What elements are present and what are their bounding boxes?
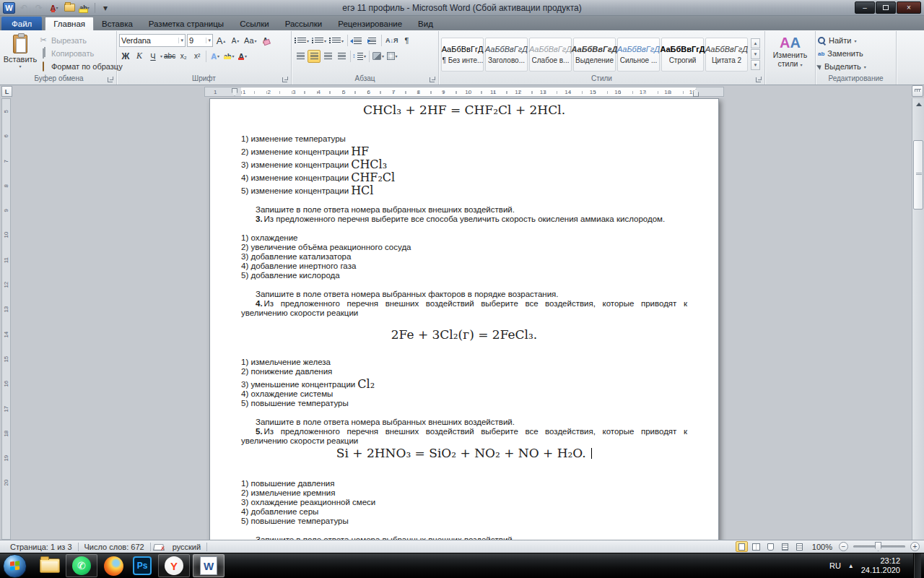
tab-view[interactable]: Вид — [410, 17, 441, 30]
list-item[interactable]: 3) уменьшение концентрацииCl₂ — [241, 376, 687, 389]
styles-scroll-down-button[interactable]: ▼ — [751, 49, 760, 59]
show-desktop-button[interactable] — [913, 553, 921, 578]
bold-button[interactable]: Ж — [119, 50, 132, 63]
dialog-launcher-icon[interactable] — [108, 77, 113, 82]
shrink-font-button[interactable]: А▾ — [229, 34, 242, 47]
italic-button[interactable]: К — [133, 50, 146, 63]
tray-clock[interactable]: 23:1224.11.2020 — [861, 556, 900, 575]
word-count[interactable]: Число слов: 672 — [79, 543, 150, 551]
taskbar-item-whatsapp[interactable]: ✆ — [66, 554, 97, 577]
list-item[interactable]: 4) изменение концентрацииCHF₂Cl — [241, 170, 687, 183]
tab-page-layout[interactable]: Разметка страницы — [141, 17, 232, 30]
restore-button[interactable] — [876, 1, 896, 14]
customize-qat-button[interactable]: ▾ — [99, 1, 112, 14]
options-list[interactable]: 1) повышение давления2) измельчение крем… — [241, 479, 687, 526]
clear-formatting-button[interactable]: А — [259, 34, 272, 47]
taskbar-item-firefox[interactable] — [99, 554, 128, 578]
print-layout-view-button[interactable] — [736, 541, 748, 552]
list-item[interactable]: 5) изменение концентрацииHCl — [241, 183, 687, 196]
subscript-button[interactable]: x₂ — [177, 50, 190, 63]
tray-expand-icon[interactable]: ▲ — [848, 563, 854, 569]
align-right-button[interactable] — [321, 50, 334, 63]
borders-button[interactable]: ▾ — [385, 50, 398, 63]
question-3[interactable]: 3.Из предложенного перечня выберите все … — [241, 215, 687, 224]
spellcheck-icon[interactable] — [154, 543, 164, 551]
answer-instruction[interactable]: Запишите в поле ответа номера выбранных … — [241, 535, 687, 540]
word-app-icon[interactable]: W — [3, 2, 15, 14]
copy-button[interactable]: Копировать — [37, 47, 124, 59]
highlight-icon[interactable]: ab▾ — [78, 1, 91, 14]
zoom-slider-thumb[interactable] — [875, 542, 881, 551]
question-4[interactable]: 4.Из предложенного перечня внешних возде… — [241, 299, 687, 318]
find-button[interactable]: Найти▾ — [818, 35, 894, 46]
change-case-button[interactable]: Аа▾ — [243, 34, 258, 47]
list-item[interactable]: 1) изменение температуры — [241, 134, 687, 144]
list-item[interactable]: 2) понижение давления — [241, 367, 687, 376]
chemical-equation[interactable]: 2Fe + 3Cl₂(г) = 2FeCl₃. — [241, 328, 687, 342]
open-folder-icon[interactable] — [63, 1, 76, 14]
language-tray-indicator[interactable]: RU — [829, 561, 841, 570]
answer-instruction[interactable]: Запишите в поле ответа номера выбранных … — [241, 205, 687, 215]
style-chip-intense-emphasis[interactable]: АаБбВвГгДСильное ... — [617, 38, 660, 72]
align-left-button[interactable] — [294, 50, 307, 63]
language-indicator[interactable]: русский — [167, 543, 206, 551]
tab-references[interactable]: Ссылки — [232, 17, 277, 30]
outline-view-button[interactable] — [779, 541, 791, 552]
list-item[interactable]: 1) измельчение железа — [241, 358, 687, 367]
reading-view-button[interactable] — [750, 541, 762, 552]
list-item[interactable]: 5) повышение температуры — [241, 399, 687, 408]
taskbar-item-yandex[interactable]: Y — [158, 554, 190, 577]
answer-instruction[interactable]: Запишите в поле ответа номера выбранных … — [241, 418, 687, 427]
dropdown-arrow-icon[interactable]: ▾ — [160, 53, 162, 59]
undo-icon[interactable]: ↶ — [17, 1, 30, 14]
justify-button[interactable] — [335, 50, 348, 63]
list-item[interactable]: 2) изменение концентрацииHF — [241, 144, 687, 157]
answer-instruction[interactable]: Запишите в поле ответа номера выбранных … — [241, 290, 687, 299]
dialog-launcher-icon[interactable] — [282, 77, 287, 82]
tab-home[interactable]: Главная — [45, 17, 94, 30]
document-page[interactable]: CHCl₃ + 2HF = CHF₂Cl + 2HCl. 1) изменени… — [209, 98, 719, 540]
page-indicator[interactable]: Страница: 1 из 3 — [4, 543, 78, 551]
minimize-button[interactable]: – — [855, 1, 875, 14]
sort-button[interactable]: А↓Я — [385, 34, 398, 47]
text-highlight-button[interactable]: ab▾ — [222, 50, 235, 63]
style-chip-heading[interactable]: АаБбВвГгДЗаголово... — [485, 38, 528, 72]
style-chip-quote2[interactable]: АаБбВвГгДЦитата 2 — [705, 38, 748, 72]
list-item[interactable]: 4) охлаждение системы — [241, 389, 687, 399]
text-effects-button[interactable]: А▾ — [209, 50, 222, 63]
chemical-equation[interactable]: CHCl₃ + 2HF = CHF₂Cl + 2HCl. — [241, 103, 687, 117]
question-5[interactable]: 5.Из предложенного перечня внешних возде… — [241, 427, 687, 446]
taskbar-item-explorer[interactable] — [35, 554, 64, 578]
bullets-button[interactable]: ▾ — [294, 34, 310, 47]
chemical-equation[interactable]: Si + 2HNO₃ = SiO₂ + NO₂ + NO + H₂O. — [241, 447, 687, 460]
underline-button[interactable]: Ч — [147, 50, 160, 63]
scrollbar-thumb[interactable] — [913, 140, 923, 210]
font-color-button[interactable]: А▾ — [236, 50, 249, 63]
font-color-icon[interactable]: А▾ — [48, 1, 61, 14]
zoom-out-button[interactable]: − — [839, 542, 848, 551]
close-button[interactable]: × — [897, 1, 921, 14]
show-paragraph-marks-button[interactable]: ¶ — [401, 34, 414, 47]
strikethrough-button[interactable]: abc — [163, 50, 176, 63]
increase-indent-button[interactable] — [365, 34, 378, 47]
align-center-button[interactable] — [308, 50, 321, 63]
taskbar-item-word[interactable]: W — [193, 554, 225, 577]
format-painter-button[interactable]: Формат по образцу — [37, 60, 124, 72]
redo-icon[interactable]: ↷ — [32, 1, 45, 14]
numbering-button[interactable]: ▾ — [311, 34, 327, 47]
vertical-scrollbar[interactable] — [912, 98, 924, 540]
grow-font-button[interactable]: А▴ — [214, 34, 227, 47]
style-chip-strong[interactable]: АаБбВвГгДСтрогий — [661, 38, 704, 72]
replace-button[interactable]: abЗаменить — [818, 48, 894, 59]
tab-review[interactable]: Рецензирование — [330, 17, 410, 30]
taskbar-item-photoshop[interactable]: Ps — [128, 554, 157, 578]
multilevel-list-button[interactable]: ▾ — [328, 34, 344, 47]
zoom-level[interactable]: 100% — [812, 543, 832, 551]
cut-button[interactable]: ✂Вырезать — [37, 34, 124, 46]
select-button[interactable]: Выделить▾ — [818, 61, 894, 72]
dialog-launcher-icon[interactable] — [756, 77, 761, 82]
list-item[interactable]: 3) изменение концентрацииCHCl₃ — [241, 157, 687, 170]
style-chip-subtle-emphasis[interactable]: АаБбВвГгДСлабое в... — [529, 38, 572, 72]
line-spacing-button[interactable]: ▾ — [353, 50, 367, 63]
zoom-in-button[interactable]: + — [910, 542, 920, 551]
